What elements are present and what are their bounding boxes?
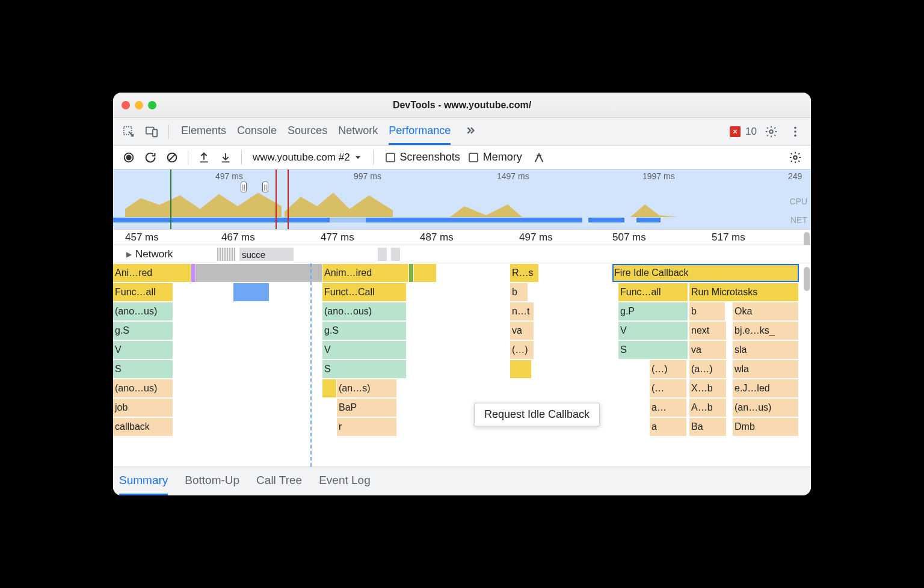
flame-block[interactable]: r bbox=[337, 418, 397, 436]
flame-row: g.Sg.SvaVnextbj.e…ks_ bbox=[113, 321, 811, 340]
tab-call-tree[interactable]: Call Tree bbox=[256, 467, 302, 495]
flame-block[interactable]: next bbox=[689, 322, 727, 340]
close-window-button[interactable] bbox=[122, 101, 130, 109]
flame-block[interactable]: wla bbox=[733, 360, 799, 378]
flame-block[interactable]: V bbox=[113, 341, 173, 359]
disclosure-icon[interactable]: ▶ bbox=[126, 250, 132, 259]
screenshots-checkbox[interactable]: Screenshots bbox=[386, 151, 460, 164]
flame-block[interactable]: Anim…ired bbox=[322, 264, 409, 282]
capture-settings-icon[interactable] bbox=[786, 148, 805, 167]
net-request[interactable] bbox=[391, 248, 400, 261]
settings-icon[interactable] bbox=[762, 122, 781, 141]
error-count[interactable]: 10 bbox=[745, 126, 757, 138]
flame-block[interactable]: (a…) bbox=[689, 360, 727, 378]
flame-block[interactable] bbox=[510, 360, 532, 378]
tab-performance[interactable]: Performance bbox=[389, 118, 451, 145]
flame-block[interactable] bbox=[414, 264, 437, 282]
clear-gc-icon[interactable] bbox=[529, 148, 549, 167]
upload-profile-icon[interactable] bbox=[194, 148, 214, 167]
flame-block[interactable]: Func…all bbox=[113, 283, 173, 301]
detail-ruler[interactable]: 457 ms 467 ms 477 ms 487 ms 497 ms 507 m… bbox=[113, 230, 811, 245]
tab-bottom-up[interactable]: Bottom-Up bbox=[185, 467, 239, 495]
ruler-tick: 457 ms bbox=[125, 231, 159, 243]
flame-block[interactable]: sla bbox=[733, 341, 799, 359]
flame-block[interactable]: Run Microtasks bbox=[689, 283, 799, 301]
flame-block[interactable]: (…) bbox=[650, 360, 687, 378]
flame-block[interactable]: S bbox=[618, 341, 688, 359]
flame-block[interactable]: Oka bbox=[733, 302, 799, 320]
flame-block[interactable]: va bbox=[689, 341, 727, 359]
tab-sources[interactable]: Sources bbox=[288, 118, 327, 145]
inspect-element-icon[interactable] bbox=[119, 122, 138, 141]
flame-block[interactable]: (an…s) bbox=[337, 379, 397, 397]
flame-block[interactable]: Funct…Call bbox=[322, 283, 407, 301]
flame-block[interactable]: g.P bbox=[618, 302, 688, 320]
tab-console[interactable]: Console bbox=[237, 118, 277, 145]
tab-network[interactable]: Network bbox=[338, 118, 378, 145]
flame-block[interactable]: Fire Idle Callback bbox=[612, 264, 799, 282]
flame-block[interactable]: (…) bbox=[510, 341, 534, 359]
selection-handle-left[interactable]: || bbox=[241, 182, 247, 192]
flame-block[interactable]: X…b bbox=[689, 379, 727, 397]
flame-block[interactable]: (ano…us) bbox=[113, 379, 173, 397]
flame-block[interactable] bbox=[409, 264, 414, 282]
flame-block[interactable]: Func…all bbox=[618, 283, 688, 301]
reload-button-icon[interactable] bbox=[141, 148, 160, 167]
flame-block[interactable] bbox=[233, 283, 270, 301]
selection-handle-right[interactable]: || bbox=[262, 182, 268, 192]
timeline-overview[interactable]: 497 ms 997 ms 1497 ms 1997 ms 249 CPU NE… bbox=[113, 170, 811, 230]
flame-block[interactable]: b bbox=[510, 283, 528, 301]
flame-block[interactable]: BaP bbox=[337, 399, 397, 417]
network-track[interactable]: ▶ Network succe bbox=[113, 245, 811, 263]
flame-block[interactable]: (an…us) bbox=[733, 399, 799, 417]
flame-block[interactable]: Ani…red bbox=[113, 264, 191, 282]
cpu-lane-label: CPU bbox=[789, 197, 807, 206]
flame-block[interactable]: e.J…led bbox=[733, 379, 799, 397]
flame-block[interactable]: (… bbox=[650, 379, 687, 397]
flame-block[interactable]: g.S bbox=[113, 322, 173, 340]
flame-block[interactable]: (ano…us) bbox=[113, 302, 173, 320]
tab-summary[interactable]: Summary bbox=[119, 467, 168, 495]
flame-block[interactable]: S bbox=[322, 360, 407, 378]
flame-block[interactable]: b bbox=[689, 302, 725, 320]
flame-block[interactable]: R…s bbox=[510, 264, 539, 282]
flame-block[interactable] bbox=[322, 379, 337, 397]
error-badge-icon[interactable]: × bbox=[730, 126, 741, 137]
net-request[interactable]: succe bbox=[239, 248, 294, 261]
flame-block[interactable]: Dmb bbox=[733, 418, 799, 436]
net-request[interactable] bbox=[217, 248, 235, 261]
flame-block[interactable]: V bbox=[322, 341, 407, 359]
flame-block[interactable] bbox=[191, 264, 196, 282]
flame-block[interactable] bbox=[196, 264, 322, 282]
net-bar bbox=[636, 218, 661, 222]
flame-block[interactable]: g.S bbox=[322, 322, 407, 340]
flame-block[interactable]: callback bbox=[113, 418, 173, 436]
flame-block[interactable]: S bbox=[113, 360, 173, 378]
recording-dropdown[interactable]: www.youtube.com #2 bbox=[248, 149, 367, 166]
maximize-window-button[interactable] bbox=[148, 101, 156, 109]
net-request[interactable] bbox=[378, 248, 387, 261]
download-profile-icon[interactable] bbox=[216, 148, 235, 167]
flame-block[interactable]: A…b bbox=[689, 399, 727, 417]
flame-block[interactable]: Ba bbox=[689, 418, 727, 436]
scrollbar-vertical[interactable] bbox=[804, 267, 810, 291]
flame-block[interactable]: a… bbox=[650, 399, 687, 417]
device-toolbar-icon[interactable] bbox=[142, 122, 161, 141]
flame-block[interactable]: job bbox=[113, 399, 173, 417]
flame-block[interactable]: V bbox=[618, 322, 688, 340]
clear-button-icon[interactable] bbox=[162, 148, 182, 167]
memory-checkbox[interactable]: Memory bbox=[469, 151, 522, 164]
flame-block[interactable]: n…t bbox=[510, 302, 534, 320]
flame-block[interactable]: (ano…ous) bbox=[322, 302, 407, 320]
tab-elements[interactable]: Elements bbox=[181, 118, 226, 145]
checkbox-icon bbox=[469, 153, 478, 162]
flame-block[interactable]: va bbox=[510, 322, 534, 340]
flame-block[interactable]: bj.e…ks_ bbox=[733, 322, 799, 340]
flame-chart[interactable]: Ani…redAnim…iredR…sFire Idle CallbackFun… bbox=[113, 263, 811, 467]
record-button-icon[interactable] bbox=[119, 148, 138, 167]
more-tabs-icon[interactable] bbox=[461, 118, 479, 145]
tab-event-log[interactable]: Event Log bbox=[319, 467, 371, 495]
minimize-window-button[interactable] bbox=[135, 101, 143, 109]
more-options-icon[interactable] bbox=[786, 122, 805, 141]
flame-block[interactable]: a bbox=[650, 418, 687, 436]
